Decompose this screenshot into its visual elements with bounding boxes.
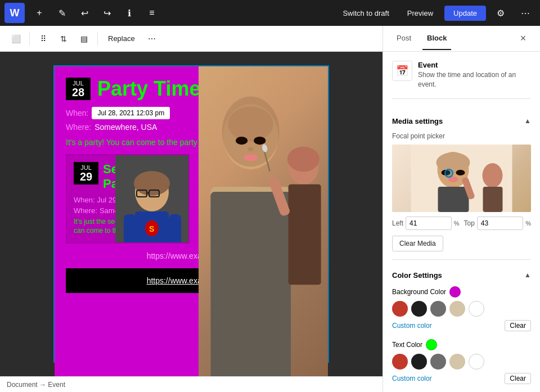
main-image-area [199, 66, 328, 376]
svg-point-12 [248, 147, 254, 151]
swatch-black-bg[interactable] [411, 301, 427, 317]
svg-rect-26 [169, 214, 181, 243]
sub-event-day: 29 [78, 171, 94, 182]
block-info-text: Event Show the time and location of an e… [418, 61, 531, 89]
top-input[interactable] [477, 217, 523, 230]
color-settings-section: Color Settings ▲ Background Color [392, 264, 531, 392]
main-area: ⬜ ⠿ ⇅ ▤ Replace ⋯ [0, 26, 540, 392]
top-unit: % [525, 220, 531, 227]
swatch-white-bg[interactable] [469, 301, 484, 317]
status-bar: Document → Event [0, 376, 382, 392]
text-color-preview [426, 339, 437, 350]
swatch-gray-text[interactable] [430, 354, 446, 370]
preview-button[interactable]: Preview [400, 6, 440, 21]
editor-wrapper: ⬜ ⠿ ⇅ ▤ Replace ⋯ [0, 26, 382, 392]
block-desc: Show the time and location of an event. [418, 70, 531, 89]
block-type-icon-button[interactable]: ⬜ [7, 30, 25, 48]
move-up-down-button[interactable]: ⇅ [55, 30, 73, 48]
custom-color-bg-link[interactable]: Custom color [392, 322, 432, 330]
svg-rect-5 [210, 192, 291, 376]
svg-text:S: S [149, 224, 154, 233]
tools-button[interactable]: ✎ [52, 3, 72, 23]
background-color-preview [449, 286, 461, 298]
svg-point-35 [483, 163, 503, 188]
clear-bg-color-button[interactable]: Clear [505, 320, 531, 331]
swatch-red-bg[interactable] [392, 301, 408, 317]
focal-point-dot[interactable] [444, 169, 453, 178]
sub-where-label: Where: [74, 206, 97, 215]
main-image-placeholder [199, 66, 328, 376]
status-text: Document → Event [7, 381, 65, 389]
svg-rect-36 [483, 187, 503, 212]
settings-button[interactable]: ⚙ [490, 3, 511, 23]
focal-point-image[interactable] [392, 145, 531, 212]
svg-point-7 [287, 147, 320, 172]
when-label: When: [66, 109, 88, 118]
svg-point-13 [244, 154, 258, 161]
swatch-tan-bg[interactable] [449, 301, 465, 317]
top-label: Top [464, 219, 475, 227]
swatch-black-text[interactable] [411, 354, 427, 370]
panel-body: 📅 Event Show the time and location of an… [383, 52, 540, 392]
toolbar-divider [29, 32, 30, 46]
media-settings-toggle-icon: ▲ [524, 117, 531, 125]
svg-point-33 [436, 152, 470, 173]
canvas-area: Jul 28 Party Time! When: Jul 28, 2021 12… [0, 52, 382, 376]
panel-header: Post Block × [383, 26, 540, 52]
clear-media-button[interactable]: Clear Media [392, 236, 443, 251]
media-settings-content: Focal point picker [392, 132, 531, 259]
left-input[interactable] [406, 217, 452, 230]
update-button[interactable]: Update [444, 6, 486, 21]
drag-handle-button[interactable]: ⠿ [34, 30, 52, 48]
clear-text-color-button[interactable]: Clear [505, 373, 531, 384]
left-label: Left [392, 219, 403, 227]
color-settings-header[interactable]: Color Settings ▲ [392, 264, 531, 286]
left-unit: % [454, 220, 460, 227]
sub-event: Jul 29 Second Party! [66, 154, 190, 244]
sub-event-image: S [115, 155, 188, 243]
panel-close-button[interactable]: × [515, 31, 531, 47]
where-label: Where: [66, 123, 91, 132]
right-panel: Post Block × 📅 Event Show the time and l… [382, 26, 540, 392]
swatch-gray-bg[interactable] [430, 301, 446, 317]
more-block-options-button[interactable]: ⋯ [143, 30, 161, 48]
event-block: Jul 28 Party Time! When: Jul 28, 2021 12… [55, 66, 328, 376]
top-toolbar: W + ✎ ↩ ↪ ℹ ≡ Switch to draft Preview Up… [0, 0, 540, 26]
layout-button[interactable]: ▤ [75, 30, 93, 48]
text-color-item: Text Color Custom color Clear [392, 339, 531, 384]
when-value[interactable]: Jul 28, 2021 12:03 pm [92, 107, 170, 119]
block-icon-symbol: 📅 [396, 65, 408, 77]
block-info: 📅 Event Show the time and location of an… [392, 61, 531, 99]
tab-post[interactable]: Post [392, 27, 416, 50]
svg-point-10 [236, 137, 248, 145]
add-block-button[interactable]: + [29, 3, 50, 23]
sub-event-month: Jul [78, 164, 94, 171]
color-settings-title: Color Settings [392, 271, 442, 280]
switch-to-draft-button[interactable]: Switch to draft [336, 6, 395, 21]
event-day: 28 [70, 87, 86, 98]
redo-button[interactable]: ↪ [97, 3, 117, 23]
media-settings-section: Media settings ▲ Focal point picker [392, 110, 531, 260]
info-button[interactable]: ℹ [119, 3, 140, 23]
swatch-red-text[interactable] [392, 354, 408, 370]
background-color-links: Custom color Clear [392, 320, 531, 331]
event-title[interactable]: Party Time! [97, 78, 207, 100]
block-icon: 📅 [392, 61, 412, 81]
media-settings-header[interactable]: Media settings ▲ [392, 110, 531, 132]
media-settings-title: Media settings [392, 117, 443, 125]
where-value[interactable]: Somewhere, USA [94, 123, 157, 132]
undo-button[interactable]: ↩ [74, 3, 94, 23]
svg-rect-25 [124, 214, 136, 243]
tab-block[interactable]: Block [422, 27, 451, 50]
list-view-button[interactable]: ≡ [142, 3, 162, 23]
custom-color-text-link[interactable]: Custom color [392, 375, 432, 382]
wp-logo-icon[interactable]: W [4, 3, 25, 23]
background-color-label: Background Color [392, 286, 531, 298]
swatch-tan-text[interactable] [449, 354, 465, 370]
more-options-button[interactable]: ⋯ [515, 3, 536, 23]
block-toolbar: ⬜ ⠿ ⇅ ▤ Replace ⋯ [0, 26, 382, 52]
replace-button[interactable]: Replace [102, 31, 141, 46]
focal-coords: Left % Top % [392, 217, 531, 230]
swatch-white-text[interactable] [469, 354, 484, 370]
text-color-links: Custom color Clear [392, 373, 531, 384]
